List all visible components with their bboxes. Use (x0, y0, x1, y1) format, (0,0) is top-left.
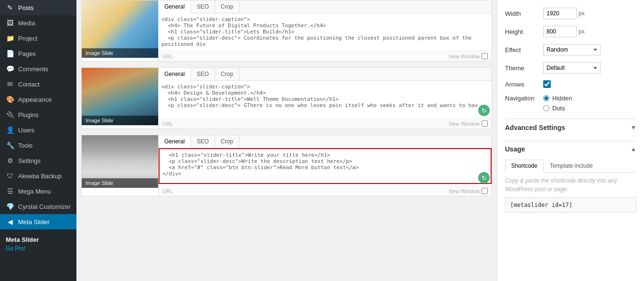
slide-code-slide2[interactable] (159, 81, 492, 117)
slide-label-slide2: Image Slide (82, 116, 158, 125)
sidebar-item-appearance[interactable]: 🎨Appearance (0, 92, 76, 107)
sidebar-item-tools[interactable]: 🔧Tools (0, 138, 76, 153)
sidebar-item-users[interactable]: 👤Users (0, 122, 76, 138)
height-field: Height px (505, 26, 636, 37)
theme-field: Theme Default Dark Light Boxed (505, 62, 636, 74)
sidebar-icon-crystal: 💎 (6, 203, 14, 210)
sidebar-label-contact: Contact (18, 81, 40, 88)
sidebar-item-pages[interactable]: 📄Pages (0, 46, 76, 61)
slide-refresh-btn-slide3[interactable]: ↻ (478, 172, 490, 184)
sidebar-label-media: Media (18, 20, 35, 27)
sidebar-icon-settings: ⚙ (6, 157, 14, 164)
shortcode-box: [metaslider id=17] (505, 197, 636, 213)
sidebar-item-media[interactable]: 🖼Media (0, 15, 76, 31)
slides-area: Image SlideGeneralSEOCrop URL New Window… (76, 0, 497, 281)
sidebar-item-metaslider[interactable]: ◀Meta Slider (0, 214, 76, 229)
slide-tab-slide1-seo[interactable]: SEO (191, 0, 215, 13)
slide-tab-slide1-general[interactable]: General (159, 0, 191, 13)
slide-new-window-slide1: New Window (449, 53, 488, 59)
usage-header[interactable]: Usage ▲ (505, 141, 636, 157)
sidebar-item-plugins[interactable]: 🔌Plugins (0, 107, 76, 122)
width-field: Width px (505, 8, 636, 19)
sidebar-label-crystal: Cyrstal Customizer (18, 203, 71, 210)
slide-tab-slide3-seo[interactable]: SEO (191, 135, 215, 148)
tab-shortcode[interactable]: Shortcode (505, 160, 544, 173)
go-pro-link[interactable]: Go Pro! (6, 245, 71, 252)
sidebar-label-settings: Settings (18, 157, 41, 164)
width-label: Width (505, 10, 543, 17)
slide-tab-slide2-general[interactable]: General (159, 68, 191, 81)
slide-new-window-checkbox-slide2[interactable] (482, 120, 488, 127)
slide-thumb-slide3: Image Slide (82, 135, 158, 188)
nav-hidden-option[interactable]: Hidden (543, 95, 581, 102)
slide-new-window-checkbox-slide3[interactable] (482, 188, 488, 194)
slide-tab-slide1-crop[interactable]: Crop (215, 0, 239, 13)
sidebar-item-megamenu[interactable]: ☰Mega Menu (0, 184, 76, 199)
effect-select[interactable]: Random Fade Slide Zoom (543, 44, 601, 55)
slide-tabs-slide2: GeneralSEOCrop (159, 68, 492, 81)
width-input[interactable] (543, 8, 577, 19)
sidebar-icon-comments: 💬 (6, 65, 14, 73)
sidebar-label-appearance: Appearance (18, 96, 52, 103)
sidebar-icon-users: 👤 (6, 126, 14, 134)
arrows-checkbox[interactable] (543, 80, 551, 88)
slide-tab-slide2-crop[interactable]: Crop (215, 68, 239, 80)
sidebar-icon-posts: ✎ (6, 4, 14, 11)
width-unit: px (579, 10, 585, 17)
sidebar: ✎Posts🖼Media📁Project📄Pages💬Comments✉Cont… (0, 0, 76, 281)
slide-label-slide1: Image Slide (82, 48, 158, 58)
slide-scroll-wrap-slide2: ↻ (159, 81, 492, 118)
sidebar-label-users: Users (18, 127, 34, 134)
sidebar-item-crystal[interactable]: 💎Cyrstal Customizer (0, 199, 76, 214)
sidebar-label-project: Project (18, 35, 37, 42)
navigation-radio-group: Hidden Dots (543, 95, 581, 112)
slide-url-row-slide3: URL New Window (159, 185, 492, 196)
sidebar-icon-akeeba: 🛡 (6, 172, 14, 180)
navigation-label: Navigation (505, 95, 543, 102)
slide-block-slide2: Image SlideGeneralSEOCrop↻ URL New Windo… (81, 67, 492, 129)
nav-hidden-radio[interactable] (543, 95, 549, 101)
nav-dots-option[interactable]: Dots (543, 105, 581, 112)
slide-tab-slide3-general[interactable]: General (159, 135, 191, 148)
main-content: Image SlideGeneralSEOCrop URL New Window… (76, 0, 644, 281)
slide-new-window-checkbox-slide1[interactable] (482, 53, 488, 59)
sidebar-label-posts: Posts (18, 4, 34, 11)
sidebar-item-akeeba[interactable]: 🛡Akeeba Backup (0, 168, 76, 184)
theme-select[interactable]: Default Dark Light Boxed (543, 62, 601, 74)
slide-code-slide1[interactable] (159, 13, 492, 49)
advanced-settings-header[interactable]: Advanced Settings ▼ (505, 119, 636, 136)
sidebar-item-posts[interactable]: ✎Posts (0, 0, 76, 15)
height-unit: px (579, 28, 585, 35)
nav-dots-radio[interactable] (543, 105, 549, 111)
height-input[interactable] (543, 26, 577, 37)
sidebar-icon-pages: 📄 (6, 50, 14, 57)
theme-label: Theme (505, 65, 543, 72)
sidebar-footer: Meta Slider Go Pro! (0, 229, 76, 256)
sidebar-icon-tools: 🔧 (6, 141, 14, 149)
slide-code-slide3[interactable] (159, 148, 492, 184)
arrows-label: Arrows (505, 81, 543, 88)
slide-tab-slide2-seo[interactable]: SEO (191, 68, 215, 80)
sidebar-icon-megamenu: ☰ (6, 187, 14, 195)
effect-label: Effect (505, 46, 543, 54)
slide-refresh-btn-slide2[interactable]: ↻ (478, 105, 490, 116)
slide-editor-slide3: GeneralSEOCrop↻ URL New Window (158, 135, 492, 196)
usage-description: Copy & paste the shortcode directly into… (505, 176, 636, 194)
arrows-field: Arrows (505, 80, 636, 88)
slide-scroll-wrap-slide3: ↻ (159, 148, 492, 185)
sidebar-item-settings[interactable]: ⚙Settings (0, 153, 76, 168)
slide-thumb-slide1: Image Slide (82, 0, 158, 58)
slide-new-window-slide2: New Window (449, 120, 488, 127)
tab-template-include[interactable]: Template include (544, 160, 599, 172)
sidebar-item-project[interactable]: 📁Project (0, 31, 76, 46)
sidebar-item-contact[interactable]: ✉Contact (0, 76, 76, 92)
slide-url-label-slide2: URL (162, 121, 173, 127)
slide-label-slide3: Image Slide (82, 178, 158, 188)
sidebar-icon-project: 📁 (6, 34, 14, 42)
slide-thumb-slide2: Image Slide (82, 68, 158, 125)
sidebar-footer-title: Meta Slider (6, 233, 71, 245)
slide-editor-slide1: GeneralSEOCrop URL New Window (158, 0, 492, 61)
slide-tab-slide3-crop[interactable]: Crop (215, 135, 239, 148)
sidebar-item-comments[interactable]: 💬Comments (0, 61, 76, 76)
sidebar-label-plugins: Plugins (18, 111, 39, 119)
